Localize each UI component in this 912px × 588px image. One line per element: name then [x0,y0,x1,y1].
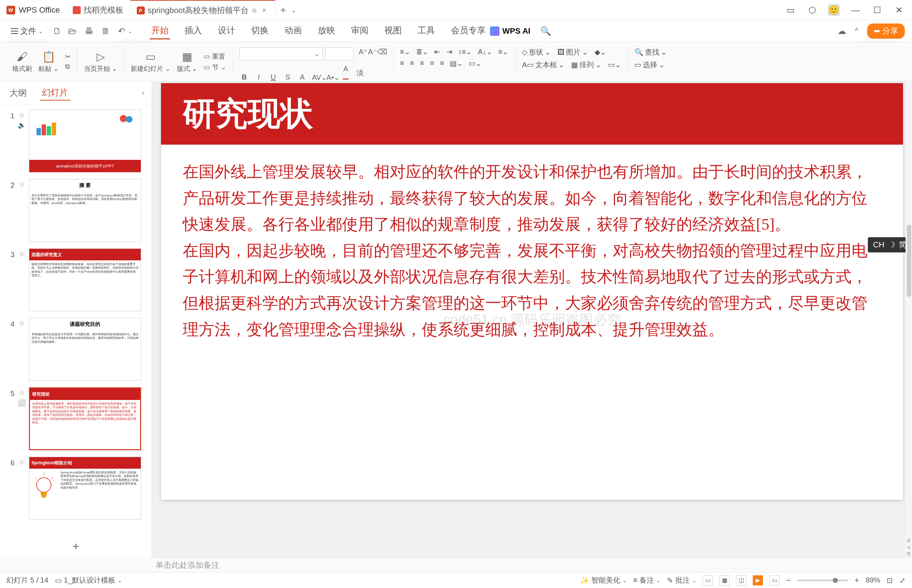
expand-button[interactable]: ⤢ [899,576,906,585]
scroll-thumb[interactable] [907,225,911,297]
zoom-percent[interactable]: 89% [866,576,880,585]
cut-button[interactable]: ✂ [65,53,71,61]
beautify-button[interactable]: ✨ 智能美化 ⌄ [580,575,627,585]
slide-body-textbox[interactable]: 在国外线上管理发展较早。相对应的软件的开发设计和保护也有所增加。由于长时间的技术… [161,145,903,357]
window-cube-icon[interactable]: ⬡ [806,4,818,16]
textbox-button[interactable]: A▭ 文本框 ⌄ [522,60,564,70]
clear-format-icon[interactable]: ⌫ [377,47,387,60]
menutab-view[interactable]: 视图 [383,23,403,39]
wpsai-button[interactable]: WPS AI [490,26,530,36]
toolbar-newdoc-icon[interactable]: 🗋 [53,26,62,36]
menutab-tools[interactable]: 工具 [416,23,436,39]
zoom-slider[interactable] [797,580,848,581]
search-icon[interactable]: 🔍 [540,26,551,36]
collapse-ribbon-icon[interactable]: ^ [855,27,858,35]
slide-title-bar[interactable]: 研究现状 [161,83,903,145]
format-brush-button[interactable]: 🖌 格式刷 [12,51,32,73]
slide-canvas[interactable]: 研究现状 在国外线上管理发展较早。相对应的软件的开发设计和保护也有所增加。由于长… [152,82,912,557]
bold-button[interactable]: B [240,73,249,81]
scroll-down-icon[interactable]: ᐁ [906,551,912,557]
font-family-select[interactable]: ⌄ [240,47,323,60]
image-button[interactable]: 🖼 图片 ⌄ [557,47,588,57]
italic-button[interactable]: I [254,73,264,81]
tab-dropdown[interactable]: ⌄ [291,6,296,14]
window-quickaccess-icon[interactable]: ▭ [785,4,796,16]
reset-button[interactable]: ▭ 重置 [204,52,226,61]
avatar[interactable]: 🙂 [828,4,840,16]
menutab-review[interactable]: 审阅 [350,23,370,39]
current-slide[interactable]: 研究现状 在国外线上管理发展较早。相对应的软件的开发设计和保护也有所增加。由于长… [161,83,903,500]
star-icon[interactable]: ☆ [19,389,24,397]
underline-button[interactable]: U [269,73,278,81]
thumbnail-3[interactable]: 选题的研究意义 随着互联网技术和移动互联网的快速发展，信息化管理已经成为各个领域… [29,249,141,311]
zoom-out-button[interactable]: − [786,576,791,585]
zoom-handle[interactable] [833,578,838,583]
align-left-button[interactable]: ≡ [400,59,404,68]
star-icon[interactable]: ☆ [19,458,24,466]
menutab-start[interactable]: 开始 [150,23,170,39]
pin-icon[interactable]: ⊕ [251,6,257,15]
font-size-select[interactable] [325,47,354,60]
shadow-button[interactable]: A [298,73,307,81]
bullets-button[interactable]: ≡⌄ [400,47,410,56]
numbering-button[interactable]: ≣⌄ [416,47,429,56]
new-slide-button[interactable]: ▭ 新建幻灯片 ⌄ [131,51,170,73]
view-present-button[interactable]: ▭ [769,575,779,585]
menutab-insert[interactable]: 插入 [183,23,203,39]
tab-document-active[interactable]: P springboot高校失物招领平台 ⊕ × [130,0,275,20]
thumbnail-5-selected[interactable]: 研究现状 在国外线上管理发展较早。相对应的软件的开发设计和保护也有所增加。由于长… [29,387,141,450]
toolbar-open-icon[interactable]: 🗁 [68,26,77,36]
toolbar-print-icon[interactable]: 🖶 [85,26,93,36]
fit-window-button[interactable]: ⊡ [887,576,893,585]
spacing-button[interactable]: AV⌄ [312,73,321,82]
thumbnail-6[interactable]: Springboot框架介绍 Spring Boot是由Pivotal团队提供的… [29,457,141,520]
shape-button[interactable]: ◇ 形状 ⌄ [522,47,551,57]
tab-close-button[interactable]: × [260,6,269,15]
app-tab[interactable]: W WPS Office [0,0,66,20]
layout-button[interactable]: ▦ 版式 ⌄ [177,51,197,73]
strike-button[interactable]: S [283,73,292,81]
outline-color-button[interactable]: ▭⌄ [608,60,621,70]
star-icon[interactable]: ☆ [19,181,24,188]
thumbnail-list[interactable]: 1 ☆🔈 springboot高校失物招领平台PPT 2 ☆ 摘 要 本文主要研… [0,105,152,536]
menutab-slideshow[interactable]: 放映 [316,23,337,39]
sidetab-slides[interactable]: 幻灯片 [40,86,70,100]
menutab-member[interactable]: 会员专享 [449,23,487,39]
review-toggle[interactable]: ✎ 批注 ⌄ [667,575,696,585]
add-slide-button[interactable]: + [0,536,152,557]
align-text-button[interactable]: ≡⌄ [498,47,509,56]
view-normal-button[interactable]: ▭ [703,575,713,585]
decrease-font-icon[interactable]: A⁻ [368,47,377,60]
line-height-button[interactable]: ↕≡⌄ [458,47,472,56]
menutab-design[interactable]: 设计 [216,23,237,39]
star-icon[interactable]: ☆ [19,250,24,258]
tab-template[interactable]: 找稻壳模板 [66,0,130,20]
vertical-scrollbar[interactable]: ᐃ ≡ ᐁ [906,82,912,557]
cloud-sync-icon[interactable]: ☁ [837,26,846,36]
scroll-up-icon[interactable]: ᐃ [906,537,912,543]
section-button[interactable]: ▭ 节 ⌄ [204,63,226,72]
view-sorter-button[interactable]: ▦ [719,575,730,585]
template-indicator[interactable]: ▭ 1_默认设计模板 ⌄ [55,575,122,585]
view-slideshow-button[interactable]: ▶ [753,575,763,585]
align-right-button[interactable]: ≡ [420,59,424,68]
align-justify-button[interactable]: ≡ [430,59,434,68]
play-current-button[interactable]: ▷ 当页开始 ⌄ [84,51,117,73]
hamburger-menu[interactable]: 文件 ⌄ [7,24,46,39]
align-center-button[interactable]: ≡ [410,59,415,68]
paste-button[interactable]: 📋 粘贴 ⌄ [38,51,58,73]
indent-less-button[interactable]: ⇤ [434,47,441,56]
collapse-panel-button[interactable]: ‹ [142,88,144,98]
star-icon[interactable]: ☆ [19,319,24,327]
menutab-animation[interactable]: 动画 [283,23,303,39]
minimize-button[interactable]: — [850,4,861,16]
sidetab-outline[interactable]: 大纲 [7,86,29,100]
find-button[interactable]: 🔍 查找 ⌄ [634,47,667,57]
thumbnail-4[interactable]: 课题研究目的 本课题的研究目的是设计并实现一个功能完善、操作简便的高校失物招领平… [29,318,141,381]
star-icon[interactable]: ☆ [19,111,24,119]
text-direction-button[interactable]: A↓⌄ [478,47,492,56]
share-button[interactable]: ➦ 分享 [867,24,905,39]
zoom-in-button[interactable]: + [854,576,859,585]
view-reading-button[interactable]: ◫ [736,575,746,585]
increase-font-icon[interactable]: A⁺ [358,47,368,60]
